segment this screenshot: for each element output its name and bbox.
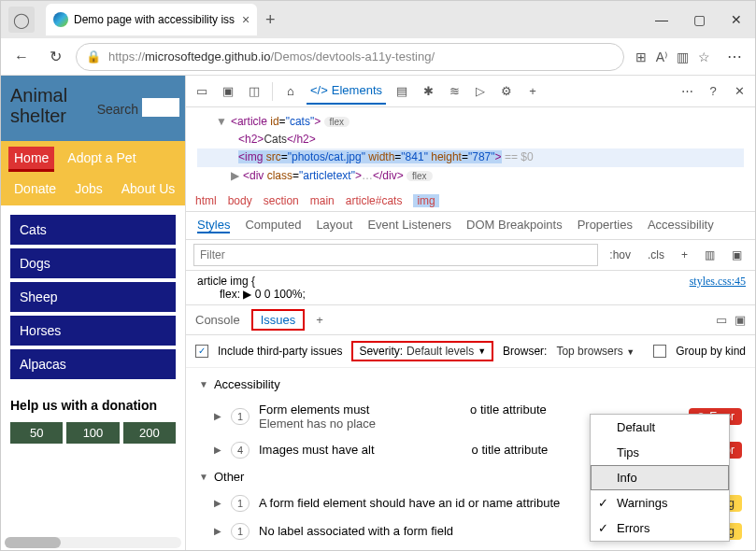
issues-filter-bar: ✓ Include third-party issues Severity: D… xyxy=(186,335,755,368)
welcome-tab[interactable]: ⌂ xyxy=(280,84,301,98)
donate-100[interactable]: 100 xyxy=(66,422,119,444)
nav-jobs[interactable]: Jobs xyxy=(69,177,108,200)
cat-sheep[interactable]: Sheep xyxy=(10,282,176,312)
address-field[interactable]: 🔒 https://microsoftedge.github.io/Demos/… xyxy=(76,43,624,71)
devtools-toolbar: ▭ ▣ ◫ ⌂ </>Elements ▤ ✱ ≋ ▷ ⚙ + ⋯ ? ✕ xyxy=(186,76,755,107)
url-bar: ← ↻ 🔒 https://microsoftedge.github.io/De… xyxy=(1,38,755,76)
back-button[interactable]: ← xyxy=(8,49,35,65)
tab-listeners[interactable]: Event Listeners xyxy=(367,218,451,233)
window-minimize-button[interactable]: — xyxy=(643,12,680,27)
donate-50[interactable]: 50 xyxy=(10,422,63,444)
drawer-expand-icon[interactable]: ▣ xyxy=(735,313,746,327)
styles-filter-input[interactable] xyxy=(193,244,598,266)
more-button[interactable]: ⋯ xyxy=(721,48,748,65)
styles-subtabs: Styles Computed Layout Event Listeners D… xyxy=(186,212,755,240)
console-tab-icon[interactable]: ▤ xyxy=(392,84,412,98)
page-header: Animalshelter Search xyxy=(1,76,185,141)
new-style-icon[interactable]: + xyxy=(676,247,693,263)
nav-adopt[interactable]: Adopt a Pet xyxy=(62,147,141,172)
category-list: Cats Dogs Sheep Horses Alpacas xyxy=(1,205,185,392)
tab-accessibility[interactable]: Accessibility xyxy=(648,218,714,233)
css-rules[interactable]: article img { flex: ▶ 0 0 100%; styles.c… xyxy=(186,271,755,305)
horizontal-scrollbar[interactable] xyxy=(5,537,181,548)
device-icon[interactable]: ▣ xyxy=(218,84,238,98)
close-devtools-icon[interactable]: ✕ xyxy=(729,84,749,98)
window-maximize-button[interactable]: ▢ xyxy=(680,12,718,27)
cat-dogs[interactable]: Dogs xyxy=(10,248,176,278)
tab-dom-bp[interactable]: DOM Breakpoints xyxy=(466,218,563,233)
include-3p-checkbox[interactable]: ✓ xyxy=(195,345,208,358)
refresh-button[interactable]: ↻ xyxy=(42,48,68,65)
devtools-panel: ▭ ▣ ◫ ⌂ </>Elements ▤ ✱ ≋ ▷ ⚙ + ⋯ ? ✕ ▼<… xyxy=(186,76,755,550)
source-link[interactable]: styles.css:45 xyxy=(690,275,746,289)
donate-200[interactable]: 200 xyxy=(123,422,176,444)
collections-icon[interactable]: ▥ xyxy=(677,49,689,64)
dock-icon[interactable]: ◫ xyxy=(244,84,264,98)
tab-styles[interactable]: Styles xyxy=(197,218,230,233)
cat-horses[interactable]: Horses xyxy=(10,316,176,346)
lock-icon: 🔒 xyxy=(86,49,101,64)
profile-icon[interactable]: ◯ xyxy=(8,7,35,33)
dom-tree[interactable]: ▼<article id="cats"> flex <h2>Cats</h2> … xyxy=(186,107,755,191)
network-icon[interactable]: ≋ xyxy=(444,84,464,98)
chevron-down-icon: ▼ xyxy=(478,346,486,356)
search-label: Search xyxy=(97,102,138,117)
tab-issues[interactable]: Issues xyxy=(251,309,306,331)
include-3p-label: Include third-party issues xyxy=(218,345,342,358)
cls-toggle[interactable]: .cls xyxy=(642,247,670,263)
tab-console[interactable]: Console xyxy=(195,313,240,327)
inspect-icon[interactable]: ▭ xyxy=(192,84,212,98)
nav-about[interactable]: About Us xyxy=(116,177,181,200)
menu-warnings[interactable]: ✓Warnings xyxy=(591,490,729,516)
favorite-icon[interactable]: ☆ xyxy=(698,49,710,64)
edge-icon xyxy=(53,12,68,27)
severity-menu: Default Tips Info ✓Warnings ✓Errors xyxy=(590,414,730,542)
new-tab-button[interactable]: + xyxy=(257,10,283,30)
group-by-kind-checkbox[interactable]: ✓ xyxy=(653,345,666,358)
flex-editor-icon[interactable]: ▥ xyxy=(699,247,720,263)
group-by-kind-label: Group by kind xyxy=(676,345,746,358)
cat-cats[interactable]: Cats xyxy=(10,215,176,245)
drawer-tabs: Console Issues + ▭ ▣ xyxy=(186,305,755,335)
menu-info[interactable]: Info xyxy=(591,465,729,490)
tab-elements[interactable]: </>Elements xyxy=(307,78,386,105)
nav-donate[interactable]: Donate xyxy=(8,177,62,200)
app-icon[interactable]: ⊞ xyxy=(635,49,647,64)
tab-close-icon[interactable]: × xyxy=(242,12,250,27)
donate-heading: Help us with a donation xyxy=(1,392,185,418)
settings-icon[interactable]: ⋯ xyxy=(677,84,697,98)
tab-properties[interactable]: Properties xyxy=(578,218,633,233)
search-input[interactable] xyxy=(142,98,179,117)
window-close-button[interactable]: ✕ xyxy=(718,12,755,27)
sources-icon[interactable]: ✱ xyxy=(418,84,438,98)
severity-dropdown[interactable]: Severity: Default levels ▼ xyxy=(351,341,493,361)
code-icon: </> xyxy=(310,83,328,97)
styles-filter-row: :hov .cls + ▥ ▣ xyxy=(186,240,755,271)
add-tab-icon[interactable]: + xyxy=(522,84,543,98)
group-accessibility[interactable]: ▼Accessibility xyxy=(186,372,755,397)
hov-toggle[interactable]: :hov xyxy=(604,247,636,263)
menu-errors[interactable]: ✓Errors xyxy=(591,516,729,541)
nav-home[interactable]: Home xyxy=(8,147,54,172)
main-nav: Home Adopt a Pet Donate Jobs About Us xyxy=(1,141,185,205)
help-icon[interactable]: ? xyxy=(703,84,723,98)
box-model-icon[interactable]: ▣ xyxy=(726,247,748,263)
dom-breadcrumb[interactable]: html body section main article#cats img xyxy=(186,191,755,212)
drawer-add-tab[interactable]: + xyxy=(316,313,323,327)
drawer-dock-icon[interactable]: ▭ xyxy=(716,313,727,327)
tab-title: Demo page with accessibility iss xyxy=(74,13,235,26)
menu-default[interactable]: Default xyxy=(591,415,729,440)
performance-icon[interactable]: ▷ xyxy=(470,84,491,98)
browser-tab[interactable]: Demo page with accessibility iss × xyxy=(46,4,257,35)
browser-dropdown[interactable]: Top browsers ▼ xyxy=(556,345,635,358)
cat-alpacas[interactable]: Alpacas xyxy=(10,349,176,379)
read-aloud-icon[interactable]: A⁾ xyxy=(656,49,667,64)
webpage-panel: Animalshelter Search Home Adopt a Pet Do… xyxy=(1,76,186,550)
tab-layout[interactable]: Layout xyxy=(316,218,352,233)
window-titlebar: ◯ Demo page with accessibility iss × + —… xyxy=(1,1,755,38)
menu-tips[interactable]: Tips xyxy=(591,440,729,465)
tab-computed[interactable]: Computed xyxy=(245,218,301,233)
more-tools-icon[interactable]: ⚙ xyxy=(496,84,517,98)
